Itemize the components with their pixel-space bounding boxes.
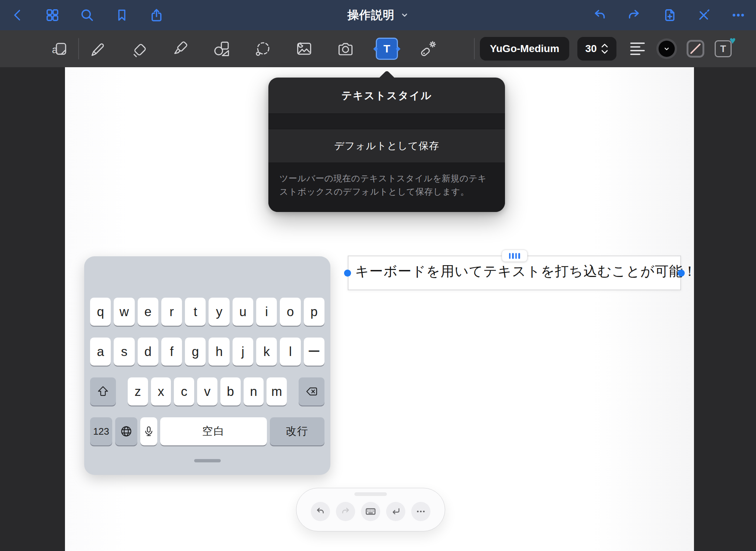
- key-y[interactable]: y: [209, 298, 229, 326]
- text-tool-icon: T: [376, 38, 398, 60]
- key-m[interactable]: m: [267, 377, 287, 405]
- search-button[interactable]: [79, 7, 95, 23]
- page-title: 操作説明: [347, 7, 395, 23]
- font-name-button[interactable]: YuGo-Medium: [480, 37, 569, 61]
- document-title[interactable]: 操作説明: [347, 0, 409, 30]
- dismiss-keyboard-button[interactable]: [361, 502, 380, 521]
- back-icon: [11, 8, 25, 22]
- more-options-button[interactable]: [411, 502, 430, 521]
- keyboard-row-2: a s d f g h j k l ー: [90, 338, 324, 366]
- space-key[interactable]: 空白: [160, 417, 267, 445]
- undo-button[interactable]: [591, 7, 608, 23]
- redo-button[interactable]: [626, 7, 642, 23]
- key-p[interactable]: p: [304, 298, 324, 326]
- popover-title: テキストスタイル: [268, 78, 505, 113]
- key-x[interactable]: x: [151, 377, 171, 405]
- undo-icon: [592, 8, 607, 23]
- key-h[interactable]: h: [209, 338, 229, 366]
- key-j[interactable]: j: [233, 338, 253, 366]
- key-o[interactable]: o: [280, 298, 300, 326]
- popover-separator-band: [268, 113, 505, 129]
- backspace-key[interactable]: [299, 377, 324, 405]
- key-k[interactable]: k: [256, 338, 277, 366]
- shapes-tool[interactable]: [213, 40, 230, 58]
- font-size-stepper[interactable]: 30: [577, 37, 616, 61]
- text-style-button[interactable]: T ♥: [715, 40, 732, 57]
- eraser-tool[interactable]: [130, 40, 148, 58]
- back-button[interactable]: [10, 7, 26, 23]
- app-screen: 操作説明: [0, 0, 756, 551]
- share-button[interactable]: [148, 7, 165, 23]
- return-key[interactable]: 改行: [270, 417, 324, 445]
- key-f[interactable]: f: [161, 338, 182, 366]
- save-as-default-button[interactable]: デフォルトとして保存: [268, 129, 505, 163]
- camera-icon: [337, 40, 354, 58]
- pen-tool[interactable]: [89, 40, 106, 58]
- text-align-button[interactable]: [629, 40, 647, 58]
- numbers-key[interactable]: 123: [90, 417, 112, 445]
- redo-icon: [340, 506, 351, 517]
- mini-undo-button[interactable]: [311, 502, 330, 521]
- add-page-button[interactable]: [661, 7, 677, 23]
- shapes-icon: [213, 40, 230, 58]
- editor-mode-icon: a: [51, 40, 69, 58]
- key-u[interactable]: u: [233, 298, 253, 326]
- text-tool-selected[interactable]: T: [378, 40, 396, 58]
- more-button[interactable]: [730, 7, 746, 23]
- chevron-down-icon: [401, 11, 409, 19]
- thumbnails-button[interactable]: [44, 7, 61, 23]
- camera-tool[interactable]: [337, 40, 354, 58]
- newline-button[interactable]: [386, 502, 405, 521]
- key-r[interactable]: r: [161, 298, 182, 326]
- key-e[interactable]: e: [138, 298, 158, 326]
- backspace-icon: [304, 385, 319, 398]
- stylus-toggle-button[interactable]: [695, 7, 712, 23]
- more-icon: [731, 8, 746, 23]
- text-color-button[interactable]: [656, 38, 677, 59]
- thumbnails-icon: [45, 8, 60, 23]
- selected-text-box[interactable]: キーボードを用いてテキストを打ち込むことが可能！: [348, 256, 681, 290]
- key-chouon[interactable]: ー: [304, 338, 324, 366]
- bookmark-icon: [115, 8, 129, 22]
- key-s[interactable]: s: [114, 338, 134, 366]
- add-page-icon: [662, 8, 676, 23]
- resize-handle-left[interactable]: [344, 270, 351, 277]
- dictation-key[interactable]: [140, 417, 157, 445]
- key-z[interactable]: z: [128, 377, 148, 405]
- floating-input-bar[interactable]: [296, 488, 445, 531]
- mini-redo-button[interactable]: [336, 502, 355, 521]
- textbox-drag-handle[interactable]: [502, 250, 528, 262]
- image-icon: [295, 40, 313, 58]
- highlighter-tool[interactable]: [171, 40, 189, 58]
- align-left-icon: [629, 41, 646, 57]
- lasso-tool[interactable]: [254, 40, 272, 58]
- search-icon: [80, 8, 94, 23]
- key-t[interactable]: t: [185, 298, 206, 326]
- key-a[interactable]: a: [90, 338, 111, 366]
- redo-icon: [627, 8, 642, 23]
- keyboard-drag-handle[interactable]: [194, 459, 221, 462]
- key-n[interactable]: n: [244, 377, 264, 405]
- font-name-label: YuGo-Medium: [490, 43, 559, 55]
- shift-key[interactable]: [90, 377, 116, 405]
- shift-icon: [96, 385, 110, 398]
- key-b[interactable]: b: [220, 377, 241, 405]
- key-l[interactable]: l: [280, 338, 300, 366]
- key-v[interactable]: v: [197, 377, 217, 405]
- editor-mode-button[interactable]: a: [51, 40, 69, 58]
- key-c[interactable]: c: [174, 377, 194, 405]
- stroke-style-button[interactable]: [687, 40, 704, 58]
- key-d[interactable]: d: [138, 338, 158, 366]
- font-size-value: 30: [585, 43, 597, 55]
- keyboard-row-3: z x c v b n m: [90, 377, 324, 405]
- bookmark-button[interactable]: [114, 7, 130, 23]
- key-q[interactable]: q: [90, 298, 111, 326]
- key-w[interactable]: w: [114, 298, 134, 326]
- resize-handle-right[interactable]: [678, 270, 685, 277]
- laser-pointer-tool[interactable]: [419, 40, 437, 58]
- image-tool[interactable]: [295, 40, 313, 58]
- stylus-icon: [696, 8, 711, 23]
- key-g[interactable]: g: [185, 338, 206, 366]
- key-i[interactable]: i: [256, 298, 277, 326]
- globe-key[interactable]: [115, 417, 137, 445]
